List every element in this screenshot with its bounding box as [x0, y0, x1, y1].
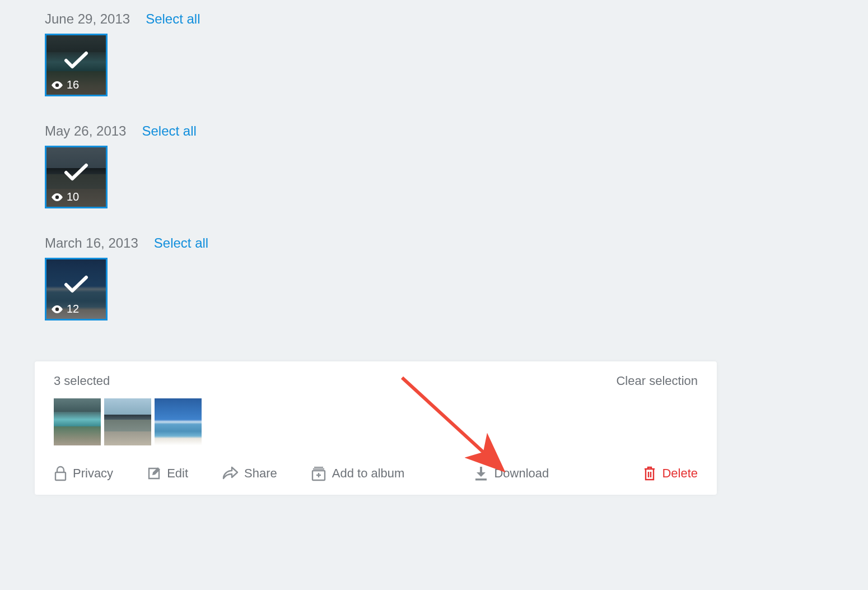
eye-icon [51, 305, 63, 313]
svg-rect-5 [475, 478, 487, 481]
add-to-album-button[interactable]: Add to album [311, 466, 405, 481]
views-badge: 10 [51, 191, 79, 203]
views-badge: 12 [51, 303, 79, 315]
eye-icon [51, 193, 63, 201]
svg-point-0 [55, 83, 59, 86]
trash-icon [643, 466, 656, 481]
action-label: Edit [167, 466, 188, 481]
share-icon [222, 466, 239, 481]
photo-thumbnail[interactable]: 12 [45, 258, 108, 320]
svg-rect-3 [55, 472, 66, 480]
action-label: Share [244, 466, 277, 481]
action-label: Privacy [73, 466, 113, 481]
select-all-link[interactable]: Select all [142, 123, 196, 139]
selection-panel-header: 3 selected Clear selection [54, 374, 698, 388]
views-badge: 16 [51, 78, 79, 91]
action-label: Download [494, 466, 549, 481]
eye-icon [51, 81, 63, 89]
checkmark-icon [64, 163, 88, 182]
views-count: 10 [67, 191, 79, 203]
photo-thumbnail[interactable]: 10 [45, 146, 108, 208]
select-all-link[interactable]: Select all [146, 11, 200, 27]
delete-button[interactable]: Delete [643, 466, 698, 481]
selected-thumbnail[interactable] [104, 398, 151, 445]
selected-thumbnails-row [54, 398, 698, 445]
action-label: Delete [662, 466, 698, 481]
checkmark-icon [64, 275, 88, 294]
svg-point-1 [55, 195, 59, 198]
date-label: May 26, 2013 [45, 123, 126, 139]
checkmark-icon [64, 51, 88, 70]
share-button[interactable]: Share [222, 466, 277, 481]
views-count: 12 [67, 303, 79, 315]
photo-groups: June 29, 2013 Select all 16 May 26, 2013… [0, 0, 868, 320]
download-button[interactable]: Download [474, 466, 549, 481]
photo-thumbnail[interactable]: 16 [45, 34, 108, 96]
date-label: March 16, 2013 [45, 235, 138, 251]
date-label: June 29, 2013 [45, 11, 130, 27]
date-header: May 26, 2013 Select all [45, 123, 868, 139]
date-group: June 29, 2013 Select all 16 [45, 11, 868, 96]
selected-thumbnail[interactable] [54, 398, 101, 445]
selected-thumbnail[interactable] [155, 398, 202, 445]
selection-panel: 3 selected Clear selection Privacy Edit … [35, 361, 717, 495]
clear-selection-button[interactable]: Clear selection [616, 374, 698, 388]
selected-count-label: 3 selected [54, 374, 110, 388]
date-group: May 26, 2013 Select all 10 [45, 123, 868, 208]
select-all-link[interactable]: Select all [154, 235, 208, 251]
action-bar: Privacy Edit Share Add to album Download [54, 466, 698, 481]
date-header: June 29, 2013 Select all [45, 11, 868, 27]
download-icon [474, 466, 488, 481]
edit-button[interactable]: Edit [147, 466, 188, 481]
views-count: 16 [67, 78, 79, 91]
action-label: Add to album [332, 466, 405, 481]
lock-icon [54, 466, 67, 481]
date-header: March 16, 2013 Select all [45, 235, 868, 251]
privacy-button[interactable]: Privacy [54, 466, 113, 481]
date-group: March 16, 2013 Select all 12 [45, 235, 868, 320]
album-add-icon [311, 466, 326, 481]
svg-point-2 [55, 307, 59, 310]
edit-icon [147, 466, 161, 481]
